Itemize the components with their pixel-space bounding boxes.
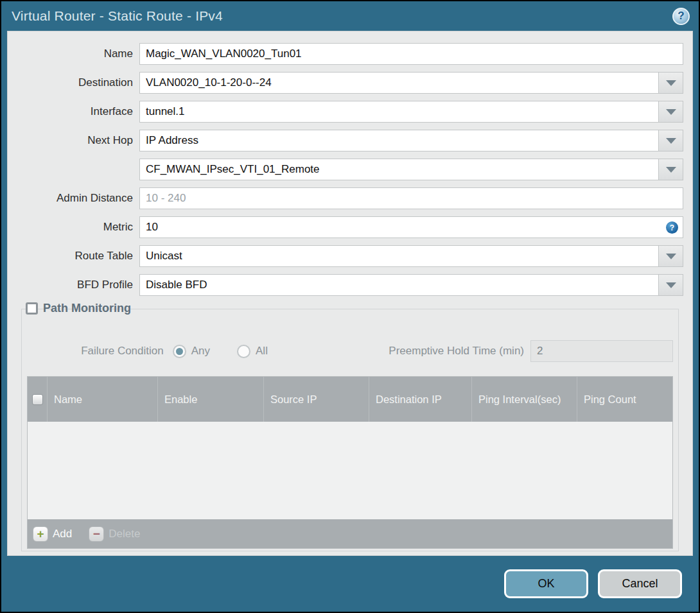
path-monitoring-title: Path Monitoring bbox=[43, 302, 131, 315]
next-hop-address-input[interactable] bbox=[139, 159, 659, 180]
next-hop-row: Next Hop bbox=[17, 130, 683, 151]
failure-condition-all-label: All bbox=[256, 345, 268, 358]
interface-row: Interface bbox=[17, 101, 683, 123]
path-monitoring-checkbox[interactable] bbox=[26, 302, 38, 315]
add-button[interactable]: + Add bbox=[33, 526, 72, 542]
route-table-label: Route Table bbox=[17, 250, 139, 263]
interface-label: Interface bbox=[17, 105, 139, 118]
delete-button-label: Delete bbox=[109, 528, 140, 540]
column-header-ping-interval[interactable]: Ping Interval(sec) bbox=[471, 377, 577, 422]
metric-help-icon[interactable]: ? bbox=[666, 221, 678, 234]
failure-condition-any-label: Any bbox=[191, 345, 210, 358]
chevron-down-icon bbox=[666, 80, 676, 86]
path-monitoring-table: Name Enable Source IP Destination IP Pin… bbox=[27, 376, 673, 549]
minus-icon: − bbox=[89, 526, 104, 542]
admin-distance-label: Admin Distance bbox=[17, 192, 139, 205]
route-table-dropdown-button[interactable] bbox=[659, 245, 683, 267]
name-input[interactable] bbox=[139, 43, 683, 65]
metric-row: Metric ? bbox=[17, 216, 683, 238]
select-all-checkbox[interactable] bbox=[32, 394, 43, 405]
column-header-destination-ip[interactable]: Destination IP bbox=[369, 377, 471, 422]
destination-row: Destination bbox=[17, 72, 683, 94]
route-table-row: Route Table bbox=[17, 245, 683, 267]
ok-button[interactable]: OK bbox=[504, 569, 588, 598]
preemptive-hold-time-input[interactable] bbox=[530, 340, 673, 362]
bfd-profile-label: BFD Profile bbox=[17, 279, 139, 291]
admin-distance-row: Admin Distance bbox=[17, 187, 683, 209]
select-all-cell bbox=[28, 377, 47, 422]
name-row: Name bbox=[17, 43, 683, 65]
static-route-dialog: Virtual Router - Static Route - IPv4 ? N… bbox=[0, 0, 700, 613]
add-button-label: Add bbox=[53, 528, 72, 540]
interface-input[interactable] bbox=[139, 101, 659, 123]
dialog-title: Virtual Router - Static Route - IPv4 bbox=[12, 8, 672, 24]
next-hop-address-dropdown-button[interactable] bbox=[659, 159, 683, 180]
chevron-down-icon bbox=[666, 109, 676, 115]
preemptive-hold-time-label: Preemptive Hold Time (min) bbox=[371, 345, 530, 358]
failure-condition-all-radio[interactable] bbox=[237, 345, 250, 358]
bfd-profile-dropdown-button[interactable] bbox=[659, 274, 683, 296]
name-label: Name bbox=[17, 47, 139, 60]
cancel-button[interactable]: Cancel bbox=[598, 569, 682, 598]
next-hop-address-row bbox=[17, 159, 683, 180]
table-toolbar: + Add − Delete bbox=[28, 519, 672, 548]
chevron-down-icon bbox=[666, 138, 676, 144]
path-monitoring-legend: Path Monitoring bbox=[26, 302, 136, 315]
chevron-down-icon bbox=[666, 167, 676, 173]
table-header-row: Name Enable Source IP Destination IP Pin… bbox=[28, 377, 672, 422]
destination-label: Destination bbox=[17, 76, 139, 89]
column-header-source-ip[interactable]: Source IP bbox=[263, 377, 369, 422]
next-hop-label: Next Hop bbox=[17, 134, 139, 147]
metric-input[interactable] bbox=[139, 216, 683, 238]
failure-condition-row: Failure Condition Any All Preemptive Hol… bbox=[27, 340, 673, 362]
chevron-down-icon bbox=[666, 282, 676, 288]
plus-icon: + bbox=[33, 526, 48, 542]
interface-dropdown-button[interactable] bbox=[659, 101, 683, 123]
failure-condition-label: Failure Condition bbox=[27, 345, 171, 358]
admin-distance-input[interactable] bbox=[139, 187, 683, 209]
next-hop-dropdown-button[interactable] bbox=[659, 130, 683, 151]
column-header-name[interactable]: Name bbox=[47, 377, 157, 422]
titlebar: Virtual Router - Static Route - IPv4 ? bbox=[1, 1, 699, 31]
metric-label: Metric bbox=[17, 221, 139, 234]
help-icon[interactable]: ? bbox=[672, 8, 690, 25]
bfd-profile-select[interactable] bbox=[139, 274, 659, 296]
failure-condition-any-radio[interactable] bbox=[173, 345, 186, 358]
dialog-footer: OK Cancel bbox=[1, 556, 699, 612]
bfd-profile-row: BFD Profile bbox=[17, 274, 683, 296]
form-panel: Name Destination Interface bbox=[7, 31, 693, 556]
destination-dropdown-button[interactable] bbox=[659, 72, 683, 94]
destination-input[interactable] bbox=[139, 72, 659, 94]
table-body-empty bbox=[28, 422, 672, 519]
chevron-down-icon bbox=[666, 254, 676, 259]
column-header-ping-count[interactable]: Ping Count bbox=[577, 377, 672, 422]
route-table-select[interactable] bbox=[139, 245, 659, 267]
column-header-enable[interactable]: Enable bbox=[157, 377, 263, 422]
path-monitoring-group: Path Monitoring Failure Condition Any Al… bbox=[21, 309, 679, 551]
delete-button[interactable]: − Delete bbox=[89, 526, 140, 542]
next-hop-type-select[interactable] bbox=[139, 130, 659, 151]
